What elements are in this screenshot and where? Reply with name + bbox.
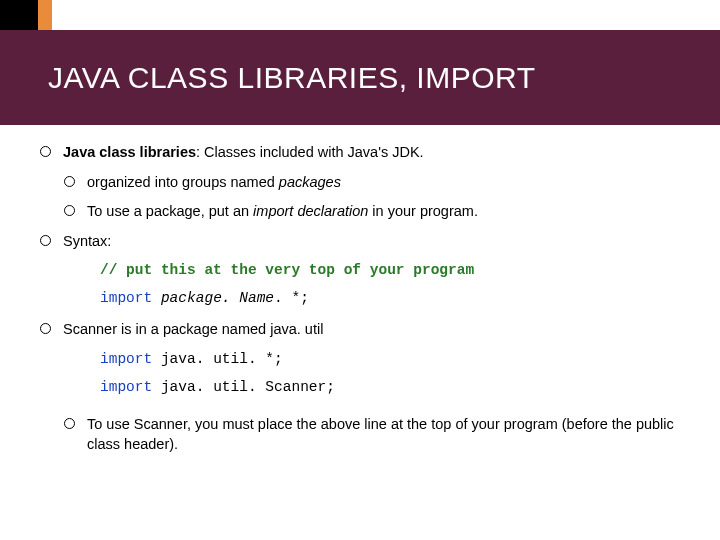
- bullet-1-rest: : Classes included with Java's JDK.: [196, 144, 424, 160]
- bullet-3a: To use Scanner, you must place the above…: [64, 415, 680, 454]
- bullet-1-bold: Java class libraries: [63, 144, 196, 160]
- top-bar-orange: [38, 0, 52, 30]
- bullet-icon: [64, 176, 75, 187]
- bullet-1: Java class libraries: Classes included w…: [40, 143, 680, 163]
- bullet-3: Scanner is in a package named java. util: [40, 320, 680, 340]
- bullet-2: Syntax:: [40, 232, 680, 252]
- bullet-1b: To use a package, put an import declarat…: [64, 202, 680, 222]
- bullet-1b-post: in your program.: [368, 203, 478, 219]
- code-kw-import: import: [100, 351, 161, 367]
- bullet-1b-pre: To use a package, put an: [87, 203, 253, 219]
- bullet-1b-italic: import declaration: [253, 203, 368, 219]
- page-title: JAVA CLASS LIBRARIES, IMPORT: [48, 61, 535, 95]
- bullet-2-text: Syntax:: [63, 232, 680, 252]
- bullet-icon: [40, 235, 51, 246]
- code-kw-import: import: [100, 290, 161, 306]
- top-bar-black: [0, 0, 38, 30]
- bullet-icon: [64, 205, 75, 216]
- bullet-3a-text: To use Scanner, you must place the above…: [87, 415, 680, 454]
- bullet-1a-italic: packages: [279, 174, 341, 190]
- code-kw-import: import: [100, 379, 161, 395]
- top-accent-bar: [0, 0, 720, 30]
- code-util2-pkg: java. util.: [161, 379, 265, 395]
- title-banner: JAVA CLASS LIBRARIES, IMPORT: [0, 30, 720, 125]
- code-star: . *;: [274, 290, 309, 306]
- bullet-3-text: Scanner is in a package named java. util: [63, 320, 680, 340]
- bullet-1-text: Java class libraries: Classes included w…: [63, 143, 680, 163]
- bullet-1a-pre: organized into groups named: [87, 174, 279, 190]
- code-import-syntax: import package. Name. *;: [100, 289, 680, 309]
- bullet-1b-text: To use a package, put an import declarat…: [87, 202, 680, 222]
- bullet-1a-text: organized into groups named packages: [87, 173, 680, 193]
- code-import-util-star: import java. util. *;: [100, 350, 680, 370]
- slide-content: Java class libraries: Classes included w…: [0, 125, 720, 474]
- code-import-util-scanner: import java. util. Scanner;: [100, 378, 680, 398]
- code-util1-rest: java. util. *;: [161, 351, 283, 367]
- code-util2-end: ;: [326, 379, 335, 395]
- bullet-1a: organized into groups named packages: [64, 173, 680, 193]
- code-comment: // put this at the very top of your prog…: [100, 261, 680, 281]
- bullet-icon: [40, 323, 51, 334]
- code-util2-cls: Scanner: [265, 379, 326, 395]
- code-pkg: package. Name: [161, 290, 274, 306]
- bullet-icon: [40, 146, 51, 157]
- bullet-icon: [64, 418, 75, 429]
- code-comment-text: // put this at the very top of your prog…: [100, 262, 474, 278]
